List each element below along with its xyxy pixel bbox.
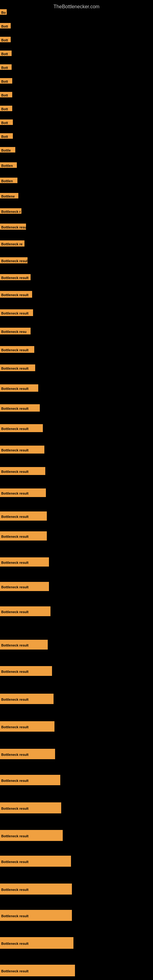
bar-label: Bottleneck result (0, 511, 47, 520)
bar-label: Bottleneck result (0, 937, 73, 949)
bar-item: Bo (0, 9, 7, 16)
bar-item: Bottleneck result (0, 749, 55, 760)
bar-label: Bott (0, 64, 12, 70)
bar-label: Bottleneck result (0, 856, 71, 867)
bar-label: Bott (0, 106, 12, 111)
bar-item: Bott (0, 78, 12, 85)
bar-item: Bottleneck result (0, 582, 49, 592)
bar-label: Bott (0, 92, 12, 97)
bar-item: Bottleneck result (0, 445, 45, 455)
bar-item: Bottleneck result (0, 346, 34, 354)
bar-item: Bottleneck result (0, 775, 60, 786)
bar-label: Bottlene (0, 193, 18, 199)
bar-label: Bott (0, 119, 13, 125)
bar-item: Bottleneck result (0, 883, 72, 896)
bar-label: Bottleneck result (0, 531, 47, 541)
bar-label: Bott (0, 51, 12, 56)
bar-item: Bott (0, 51, 12, 57)
bar-item: Bottleneck result (0, 424, 43, 433)
bar-item: Bottleneck result (0, 640, 48, 651)
bar-label: Bottleneck result (0, 910, 72, 921)
bar-label: Bottleneck result (0, 721, 54, 732)
bar-item: Bottleneck resu (0, 328, 30, 336)
bar-item: Bottleneck result (0, 937, 73, 950)
bar-label: Bottleneck result (0, 883, 72, 894)
bar-item: Bottleneck result (0, 802, 61, 815)
bar-label: Bottlen (0, 162, 17, 168)
bar-label: Bottleneck result (0, 364, 35, 371)
bar-item: Bottleneck re (0, 240, 24, 248)
bar-item: Bott (0, 64, 12, 71)
bar-item: Bottleneck result (0, 384, 38, 393)
bar-label: Bottleneck result (0, 404, 40, 412)
bar-label: Bottleneck result (0, 640, 48, 649)
bar-item: Bottleneck result (0, 257, 27, 265)
bar-item: Bottleneck result (0, 830, 63, 842)
bar-label: Bott (0, 133, 13, 139)
bar-label: Bottleneck resu (0, 328, 30, 334)
bar-label: Bottleneck result (0, 445, 45, 453)
bar-item: Bottleneck result (0, 856, 71, 868)
bar-item: Bott (0, 133, 13, 140)
bar-label: Bottleneck result (0, 749, 55, 759)
bar-label: Bottleneck result (0, 557, 49, 566)
bar-label: Bottleneck result (0, 694, 54, 704)
bar-label: Bottleneck result (0, 467, 45, 475)
bar-label: Bottleneck re (0, 240, 24, 247)
bar-label: Bottle (0, 147, 15, 153)
bar-label: Bottleneck result (0, 309, 33, 316)
bar-item: Bott (0, 37, 11, 43)
bar-item: Bott (0, 119, 13, 126)
bar-item: Bottleneck result (0, 910, 72, 922)
bar-item: Bottleneck result (0, 666, 52, 677)
bar-item: Bottleneck result (0, 694, 54, 705)
bar-label: Bottleneck result (0, 802, 61, 813)
bar-label: Bott (0, 23, 11, 29)
bar-item: Bottleneck result (0, 511, 47, 522)
bar-label: Bottleneck result (0, 606, 51, 616)
bar-item: Bottleneck resul (0, 224, 26, 231)
bar-label: Bottleneck result (0, 274, 30, 280)
bar-item: Bottleneck result (0, 557, 49, 568)
bar-item: Bottlen (0, 162, 17, 169)
bar-label: Bottleneck result (0, 965, 75, 976)
bar-label: Bottleneck result (0, 384, 38, 392)
bar-item: Bottlene (0, 193, 18, 200)
bar-label: Bottleneck result (0, 830, 63, 841)
bar-item: Bottleneck result (0, 488, 46, 498)
bar-item: Bott (0, 106, 12, 112)
bar-item: Bottle (0, 147, 15, 154)
bar-label: Bottleneck result (0, 775, 60, 785)
bar-label: Bottleneck result (0, 488, 46, 497)
bar-item: Bottleneck result (0, 364, 35, 372)
bar-item: Bottleneck r (0, 208, 21, 215)
bar-label: Bottleneck result (0, 582, 49, 591)
site-title: TheBottlenecker.com (0, 2, 153, 12)
bar-label: Bottlen (0, 178, 18, 183)
bar-item: Bottlen (0, 178, 18, 185)
bar-item: Bottleneck result (0, 965, 75, 978)
bar-item: Bottleneck result (0, 309, 33, 317)
bar-label: Bottleneck result (0, 346, 34, 353)
bar-item: Bott (0, 92, 12, 99)
bar-item: Bottleneck result (0, 404, 40, 413)
bar-item: Bottleneck result (0, 274, 30, 282)
bar-label: Bottleneck result (0, 666, 52, 676)
bar-label: Bott (0, 78, 12, 84)
bar-label: Bott (0, 37, 11, 42)
bar-item: Bott (0, 23, 11, 30)
bar-label: Bottleneck r (0, 208, 21, 214)
bar-label: Bottleneck result (0, 291, 32, 298)
bar-label: Bottleneck result (0, 257, 27, 263)
bar-item: Bottleneck result (0, 606, 51, 617)
bar-item: Bottleneck result (0, 291, 32, 299)
bar-label: Bo (0, 9, 7, 15)
bar-label: Bottleneck resul (0, 224, 26, 230)
bar-item: Bottleneck result (0, 467, 45, 476)
bar-item: Bottleneck result (0, 531, 47, 542)
bar-item: Bottleneck result (0, 721, 54, 733)
bar-label: Bottleneck result (0, 424, 43, 432)
